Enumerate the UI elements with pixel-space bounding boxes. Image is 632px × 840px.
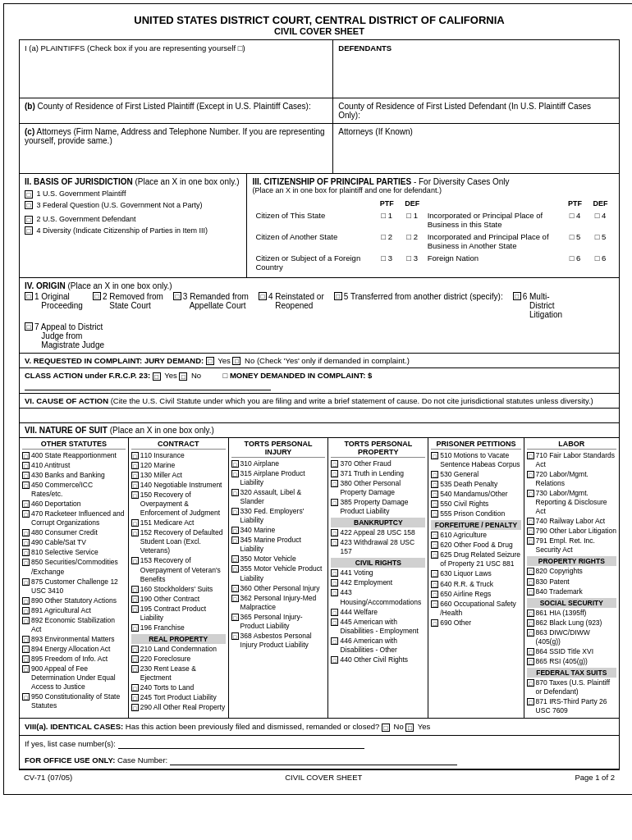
nos-320: □ 320 Assault, Libel & Slander: [231, 488, 326, 506]
section-ii-iii-row: II. BASIS OF JURISDICTION (Place an X in…: [20, 174, 619, 278]
nos-470: □ 470 Racketeer Influenced and Corrupt O…: [22, 509, 126, 527]
nos-865: □ 865 RSI (405(g)): [527, 657, 616, 666]
nos-160: □ 160 Stockholders' Suits: [131, 585, 226, 594]
footer: CV-71 (07/05) CIVIL COVER SHEET Page 1 o…: [19, 770, 620, 784]
attorneys-plaintiff-cell: (c) Attorneys (Firm Name, Address and Te…: [20, 124, 333, 173]
citizenship-row-1: Citizen of This State □ 1 □ 1 Incorporat…: [254, 210, 612, 230]
nos-400: □ 400 State Reapportionment: [22, 451, 126, 460]
nos-530: □ 530 General: [431, 470, 520, 479]
labor-header: LABOR: [527, 440, 616, 450]
section-vii: VII. NATURE OF SUIT (Place an X in one b…: [20, 423, 619, 719]
nos-810: □ 810 Selective Service: [22, 548, 126, 557]
nos-col-contract: CONTRACT □ 110 Insurance □ 120 Marine □ …: [129, 438, 229, 718]
jury-yes-cb[interactable]: □: [206, 357, 214, 365]
office-use-label: FOR OFFICE USE ONLY:: [25, 756, 115, 765]
nos-480: □ 480 Consumer Credit: [22, 528, 126, 537]
footer-title: CIVIL COVER SHEET: [285, 773, 362, 782]
nos-650: □ 650 Airline Regs: [431, 590, 520, 599]
nos-510: □ 510 Motions to Vacate Sentence Habeas …: [431, 451, 520, 469]
nos-950: □ 950 Constitutionality of State Statute…: [22, 692, 126, 710]
form-body: I (a) PLAINTIFFS (Check box if you are r…: [19, 39, 620, 770]
identical-yes-cb[interactable]: □: [405, 724, 414, 732]
main-page: UNITED STATES DISTRICT COURT, CENTRAL DI…: [3, 3, 632, 795]
nos-840: □ 840 Trademark: [527, 587, 616, 596]
nos-442: □ 442 Employment: [331, 578, 425, 587]
nos-150: □ 150 Recovery of Overpayment & Enforcem…: [131, 491, 226, 518]
office-use-section: FOR OFFICE USE ONLY: Case Number:: [20, 752, 619, 769]
section-v: V. REQUESTED IN COMPLAINT: JURY DEMAND: …: [20, 354, 619, 368]
section-viii: VIII(a). IDENTICAL CASES: Has this actio…: [20, 719, 619, 735]
origin-1: □ 1 Original Proceeding: [25, 292, 83, 319]
nos-660: □ 660 Occupational Safety /Health: [431, 600, 520, 618]
nos-345: □ 345 Marine Product Liability: [231, 536, 326, 554]
nos-790: □ 790 Other Labor Litigation: [527, 527, 616, 536]
nos-380: □ 380 Other Personal Property Damage: [331, 479, 425, 497]
nos-863: □ 863 DIWC/DIWW (405(g)): [527, 628, 616, 646]
nos-625: □ 625 Drug Related Seizure of Property 2…: [431, 550, 520, 568]
nos-385: □ 385 Property Damage Product Liability: [331, 498, 425, 516]
nos-870: □ 870 Taxes (U.S. Plaintiff or Defendant…: [527, 678, 616, 696]
nos-871: □ 871 IRS-Third Party 26 USC 7609: [527, 697, 616, 715]
page-number: Page 1 of 2: [575, 773, 615, 782]
nos-153: □ 153 Recovery of Overpayment of Veteran…: [131, 556, 226, 583]
form-title: CIVIL COVER SHEET: [19, 26, 620, 36]
nos-360: □ 360 Other Personal Injury: [231, 584, 326, 593]
origin-6: □ 6 Multi- District Litigation: [513, 292, 562, 319]
class-no-cb[interactable]: □: [179, 372, 187, 381]
prisoner-header: PRISONER PETITIONS: [431, 440, 520, 450]
identical-text: Has this action been previously filed an…: [126, 722, 379, 731]
origin-5: □ 5 Transferred from another district (s…: [334, 292, 503, 319]
nos-430: □ 430 Banks and Banking: [22, 471, 126, 480]
case-number-line[interactable]: [170, 756, 457, 765]
origin-4: □ 4 Reinstated or Reopened: [259, 292, 324, 319]
nos-col-other-statutes: OTHER STATUTES □ 400 State Reapportionme…: [20, 438, 129, 718]
defendant-county-text: County of Residence of First Listed Defe…: [338, 102, 591, 120]
nos-col-prisoner: PRISONER PETITIONS □ 510 Motions to Vaca…: [428, 438, 524, 718]
nos-371: □ 371 Truth in Lending: [331, 469, 425, 478]
plaintiff-county-cell: (b) County of Residence of First Listed …: [20, 98, 333, 123]
case-number-label: Case Number:: [117, 756, 167, 765]
plaintiff-county-text: County of Residence of First Listed Plai…: [38, 102, 311, 111]
nos-730: □ 730 Labor/Mgmt. Reporting & Disclosure…: [527, 489, 616, 516]
section-v-class: CLASS ACTION under F.R.C.P. 23: □ Yes □ …: [20, 368, 619, 393]
nos-444: □ 444 Welfare: [331, 608, 425, 617]
nos-370: □ 370 Other Fraud: [331, 459, 425, 468]
case-numbers-label: If yes, list case number(s):: [25, 739, 116, 748]
plaintiffs-label: I (a) PLAINTIFFS (Check box if you are r…: [25, 43, 327, 52]
nos-423: □ 423 Withdrawal 28 USC 157: [331, 538, 425, 556]
class-action-label: CLASS ACTION under F.R.C.P. 23:: [25, 371, 150, 380]
nos-640: □ 640 R.R. & Truck: [431, 580, 520, 589]
nos-875: □ 875 Customer Challenge 12 USC 3410: [22, 578, 126, 596]
jury-no-cb[interactable]: □: [232, 357, 240, 365]
nos-690: □ 690 Other: [431, 619, 520, 628]
nos-151: □ 151 Medicare Act: [131, 518, 226, 527]
defendant-county-cell: County of Residence of First Listed Defe…: [333, 98, 619, 123]
nos-140: □ 140 Negotiable Instrument: [131, 481, 226, 490]
class-yes-cb[interactable]: □: [153, 372, 161, 381]
nos-446: □ 446 American with Disabilities - Other: [331, 637, 425, 655]
defendants-label: DEFENDANTS: [338, 43, 614, 52]
identical-no-cb[interactable]: □: [382, 724, 390, 732]
bankruptcy-header: BANKRUPTCY: [331, 518, 425, 527]
form-id: CV-71 (07/05): [24, 773, 72, 782]
nos-130: □ 130 Miller Act: [131, 471, 226, 480]
nos-410: □ 410 Antitrust: [22, 461, 126, 470]
nos-791: □ 791 Empl. Ret. Inc. Security Act: [527, 536, 616, 555]
defendants-cell: DEFENDANTS: [333, 40, 619, 98]
torts-pp-header: TORTS PERSONAL PROPERTY: [331, 440, 425, 458]
cause-input-area[interactable]: [20, 409, 619, 423]
nos-900: □ 900 Appeal of Fee Determination Under …: [22, 664, 126, 692]
section-ic-row: (c) Attorneys (Firm Name, Address and Te…: [20, 124, 619, 174]
nos-441: □ 441 Voting: [331, 568, 425, 578]
attorneys-defendant-text: Attorneys (If Known): [338, 127, 413, 136]
nos-col-torts-pp: TORTS PERSONAL PROPERTY □ 370 Other Frau…: [328, 438, 428, 718]
court-title: UNITED STATES DISTRICT COURT, CENTRAL DI…: [19, 14, 620, 26]
nos-894: □ 894 Energy Allocation Act: [22, 645, 126, 654]
nos-892: □ 892 Economic Stabilization Act: [22, 616, 126, 634]
basis-jurisdiction-cell: II. BASIS OF JURISDICTION (Place an X in…: [20, 174, 247, 277]
origin-2: □ 2 Removed from State Court: [93, 292, 163, 319]
citizenship-row-2: Citizen of Another State □ 2 □ 2 Incorpo…: [254, 231, 612, 251]
nos-422: □ 422 Appeal 28 USC 158: [331, 528, 425, 537]
case-numbers-input[interactable]: [118, 739, 364, 749]
nos-890: □ 890 Other Statutory Actions: [22, 596, 126, 605]
